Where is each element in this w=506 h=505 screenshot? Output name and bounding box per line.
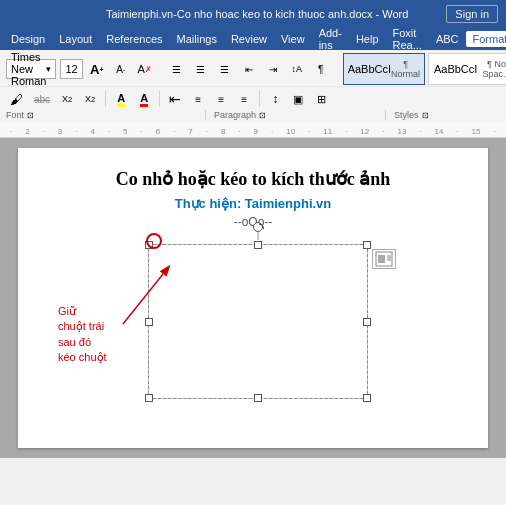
- annotation-line1: Giữ: [58, 305, 76, 317]
- line-spacing-btn[interactable]: ↕: [265, 89, 285, 109]
- increase-indent-btn[interactable]: ⇥: [263, 59, 283, 79]
- menu-help[interactable]: Help: [349, 31, 386, 47]
- text-highlight-btn[interactable]: A: [111, 89, 131, 109]
- menu-layout[interactable]: Layout: [52, 31, 99, 47]
- font-name-dropdown-icon[interactable]: ▾: [46, 64, 51, 74]
- decrease-indent-btn[interactable]: ⇤: [239, 59, 259, 79]
- subtitle-label: Thực hiện:: [175, 196, 242, 211]
- para-marks-btn[interactable]: ¶: [311, 59, 331, 79]
- font-size-selector[interactable]: 12: [60, 59, 82, 79]
- layout-icon-svg: [375, 251, 393, 267]
- font-name-selector[interactable]: Times New Roman ▾: [6, 59, 56, 79]
- strikethrough-indicator: abc: [30, 89, 54, 109]
- styles-group-expand[interactable]: ⊡: [422, 111, 429, 120]
- ruler-marks: ·2·3·4·5·6·7·8·9·10·11·12·13·14·15·: [0, 127, 506, 137]
- annotation-line3: sau đó: [58, 336, 91, 348]
- ruler: ·2·3·4·5·6·7·8·9·10·11·12·13·14·15·: [0, 122, 506, 138]
- font-group-expand[interactable]: ⊡: [27, 111, 34, 120]
- document-image[interactable]: [148, 244, 368, 399]
- annotation-text: Giữ chuột trái sau đó kéo chuột: [58, 304, 107, 366]
- sign-in-button[interactable]: Sign in: [446, 5, 498, 23]
- menu-references[interactable]: References: [99, 31, 169, 47]
- svg-line-1: [123, 274, 163, 324]
- document-area: Co nhỏ hoặc kéo to kích thước ảnh Thực h…: [0, 138, 506, 458]
- document-page: Co nhỏ hoặc kéo to kích thước ảnh Thực h…: [18, 148, 488, 448]
- rotate-icon: [254, 223, 264, 233]
- bullets-btn[interactable]: ☰: [167, 59, 187, 79]
- document-title: Co nhỏ hoặc kéo to kích thước ảnh: [48, 168, 458, 190]
- font-name-value: Times New Roman: [11, 51, 46, 87]
- handle-circle: [145, 232, 163, 250]
- clear-format-btn[interactable]: A✗: [135, 59, 155, 79]
- styles-group-label: Styles: [394, 110, 419, 120]
- superscript-btn[interactable]: X2: [57, 89, 77, 109]
- menu-abc[interactable]: ABC: [429, 31, 466, 47]
- annotation-container: Giữ chuột trái sau đó kéo chuột: [58, 304, 107, 366]
- format-painter-btn[interactable]: 🖌: [6, 89, 27, 109]
- shading-btn[interactable]: ▣: [288, 89, 308, 109]
- paragraph-group-expand[interactable]: ⊡: [259, 111, 266, 120]
- align-right-btn[interactable]: ≡: [211, 89, 231, 109]
- title-bar: Taimienphi.vn-Co nho hoac keo to kich th…: [0, 0, 506, 28]
- annotation-line4: kéo chuột: [58, 351, 107, 363]
- image-container[interactable]: [148, 244, 368, 399]
- annotation-line2: chuột trái: [58, 320, 104, 332]
- font-size-value: 12: [65, 63, 77, 75]
- subtitle-brand: Taimienphi.vn: [245, 196, 331, 211]
- style-normal[interactable]: AaBbCcI ¶ Normal: [343, 53, 425, 85]
- menu-addins[interactable]: Add-ins: [312, 25, 349, 53]
- paragraph-group-label: Paragraph: [214, 110, 256, 120]
- document-subtitle: Thực hiện: Taimienphi.vn: [48, 196, 458, 211]
- font-size-decrease-btn[interactable]: A-: [111, 59, 131, 79]
- menu-format[interactable]: Format: [466, 31, 507, 47]
- sort-btn[interactable]: ↕A: [287, 59, 307, 79]
- menu-bar: Design Layout References Mailings Review…: [0, 28, 506, 50]
- svg-rect-5: [378, 255, 385, 263]
- font-size-increase-btn[interactable]: A+: [87, 59, 107, 79]
- font-group-label: Font: [6, 110, 24, 120]
- menu-mailings[interactable]: Mailings: [170, 31, 224, 47]
- menu-view[interactable]: View: [274, 31, 312, 47]
- numbering-btn[interactable]: ☰: [191, 59, 211, 79]
- svg-point-2: [147, 234, 161, 248]
- multilevel-btn[interactable]: ☰: [215, 59, 235, 79]
- annotation-arrow: [118, 264, 178, 329]
- subscript-btn[interactable]: X2: [80, 89, 100, 109]
- image-layout-icon[interactable]: [372, 249, 396, 269]
- menu-design[interactable]: Design: [4, 31, 52, 47]
- borders-btn[interactable]: ⊞: [311, 89, 331, 109]
- menu-foxit[interactable]: Foxit Rea...: [386, 25, 429, 53]
- align-center-btn[interactable]: ≡: [188, 89, 208, 109]
- justify-btn[interactable]: ≡: [234, 89, 254, 109]
- ribbon: Times New Roman ▾ 12 A+ A- A✗ ☰ ☰ ☰ ⇤ ⇥ …: [0, 50, 506, 122]
- rotate-handle[interactable]: [253, 222, 263, 232]
- align-left-btn[interactable]: ⇤: [165, 89, 185, 109]
- style-no-space[interactable]: AaBbCcI ¶ No Spac...: [428, 53, 506, 85]
- window-title: Taimienphi.vn-Co nho hoac keo to kich th…: [68, 8, 446, 20]
- font-color-btn[interactable]: A: [134, 89, 154, 109]
- menu-review[interactable]: Review: [224, 31, 274, 47]
